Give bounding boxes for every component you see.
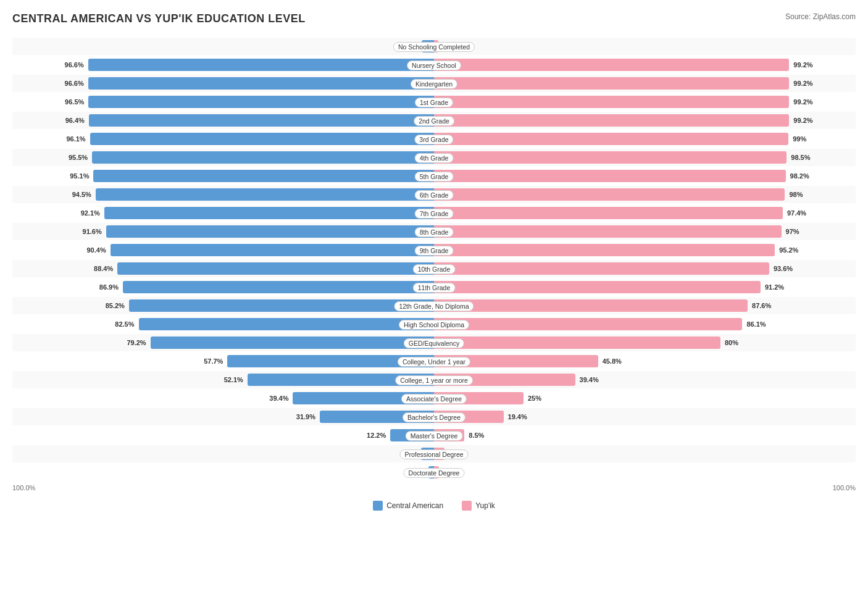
bar-right <box>434 262 769 275</box>
val-right: 45.8% <box>603 357 622 365</box>
bar-label: 4th Grade <box>415 153 454 163</box>
bar-right <box>434 299 748 312</box>
bar-label: College, Under 1 year <box>398 357 470 367</box>
val-left: 92.1% <box>81 209 100 217</box>
legend-box-central <box>373 501 383 511</box>
bar-label: Doctorate Degree <box>404 468 465 478</box>
bar-row: 57.7% College, Under 1 year 45.8% <box>12 353 856 370</box>
legend: Central American Yup'ik <box>12 501 856 511</box>
val-right: 93.6% <box>774 265 793 272</box>
bar-left <box>92 151 434 164</box>
bar-row: 3.4% No Schooling Completed 1.2% <box>12 38 856 55</box>
bar-label: High School Diploma <box>399 320 469 330</box>
bar-label: 11th Grade <box>413 283 456 293</box>
bar-right <box>434 281 761 293</box>
val-right: 98% <box>789 191 803 198</box>
bar-left <box>151 337 434 349</box>
val-right: 91.2% <box>765 283 784 291</box>
val-right: 95.2% <box>779 246 798 254</box>
val-right: 98.2% <box>790 172 809 180</box>
val-left: 96.5% <box>65 98 84 106</box>
bars-area: 3.4% No Schooling Completed 1.2% 96.6% <box>12 38 856 481</box>
chart-title: CENTRAL AMERICAN VS YUP'IK EDUCATION LEV… <box>12 12 306 25</box>
bar-row: 95.1% 5th Grade 98.2% <box>12 167 856 185</box>
val-left: 39.4% <box>269 395 288 402</box>
val-right: 99.2% <box>793 117 812 124</box>
bar-row: 96.4% 2nd Grade 99.2% <box>12 112 856 129</box>
bar-left <box>88 59 434 71</box>
bar-label: 2nd Grade <box>414 116 454 126</box>
bar-row: 90.4% 9th Grade 95.2% <box>12 241 856 259</box>
legend-item-yupik: Yup'ik <box>462 501 495 511</box>
bar-label: 6th Grade <box>415 190 454 200</box>
bar-label: 5th Grade <box>415 172 454 182</box>
bar-row: 85.2% 12th Grade, No Diploma 87.6% <box>12 297 856 314</box>
bar-left <box>90 133 434 145</box>
bar-right <box>434 318 742 330</box>
bar-row: 94.5% 6th Grade 98% <box>12 186 856 203</box>
val-right: 99% <box>793 135 806 143</box>
bar-label: 9th Grade <box>415 246 454 256</box>
bar-left <box>96 188 434 201</box>
val-right: 97% <box>786 228 799 235</box>
val-right: 39.4% <box>580 376 599 383</box>
val-left: 95.5% <box>69 154 88 161</box>
bar-row: 86.9% 11th Grade 91.2% <box>12 278 856 296</box>
legend-box-yupik <box>462 501 472 511</box>
bar-row: 39.4% Associate's Degree 25% <box>12 390 856 407</box>
bar-row: 96.1% 3rd Grade 99% <box>12 130 856 148</box>
val-right: 99.2% <box>793 80 812 87</box>
bar-label: Nursery School <box>407 61 461 70</box>
val-left: 31.9% <box>296 413 315 420</box>
bar-left <box>139 318 435 330</box>
bar-left <box>104 207 434 219</box>
bar-label: Associate's Degree <box>401 394 467 404</box>
bar-row: 96.5% 1st Grade 99.2% <box>12 93 856 111</box>
bar-right <box>434 151 787 164</box>
bar-row: 52.1% College, 1 year or more 39.4% <box>12 371 856 388</box>
bar-left <box>93 170 434 182</box>
val-left: 12.2% <box>367 432 386 439</box>
bar-right <box>434 96 789 108</box>
val-left: 79.2% <box>127 339 146 346</box>
chart-container: CENTRAL AMERICAN VS YUP'IK EDUCATION LEV… <box>12 12 856 511</box>
bar-label: 8th Grade <box>415 227 454 237</box>
bar-row: 96.6% Nursery School 99.2% <box>12 56 856 73</box>
bar-label: Master's Degree <box>406 431 463 441</box>
bar-row: 91.6% 8th Grade 97% <box>12 223 856 240</box>
val-left: 96.6% <box>65 61 84 69</box>
val-right: 98.5% <box>791 154 810 161</box>
chart-header: CENTRAL AMERICAN VS YUP'IK EDUCATION LEV… <box>12 12 856 25</box>
bar-left <box>89 114 434 127</box>
bar-label: GED/Equivalency <box>404 338 464 348</box>
bar-label: Professional Degree <box>399 449 468 459</box>
bar-right <box>434 337 720 349</box>
val-left: 88.4% <box>94 265 113 272</box>
val-right: 80% <box>725 339 738 346</box>
x-axis: 100.0% 100.0% <box>12 484 856 491</box>
bar-left <box>129 299 434 312</box>
bar-left <box>111 244 434 256</box>
val-right: 19.4% <box>508 413 527 420</box>
bar-right <box>434 170 786 182</box>
bar-row: 79.2% GED/Equivalency 80% <box>12 334 856 351</box>
val-right: 97.4% <box>787 209 806 217</box>
bar-label: 3rd Grade <box>414 135 453 144</box>
bar-row: 12.2% Master's Degree 8.5% <box>12 427 856 444</box>
val-left: 96.1% <box>66 135 85 143</box>
x-axis-right: 100.0% <box>833 484 856 491</box>
bar-label: College, 1 year or more <box>395 375 473 385</box>
bar-right <box>434 133 788 145</box>
bar-right <box>434 225 782 238</box>
bar-right <box>434 59 789 71</box>
bar-label: No Schooling Completed <box>393 42 475 52</box>
legend-label-central: Central American <box>386 501 443 510</box>
bar-left <box>117 262 434 275</box>
bar-left <box>88 96 434 108</box>
bar-right <box>434 244 775 256</box>
bar-row: 92.1% 7th Grade 97.4% <box>12 204 856 222</box>
val-left: 57.7% <box>204 357 223 365</box>
bar-label: Kindergarten <box>411 79 457 89</box>
bar-row: 3.6% Professional Degree 2.9% <box>12 445 856 462</box>
bar-left <box>106 225 434 238</box>
